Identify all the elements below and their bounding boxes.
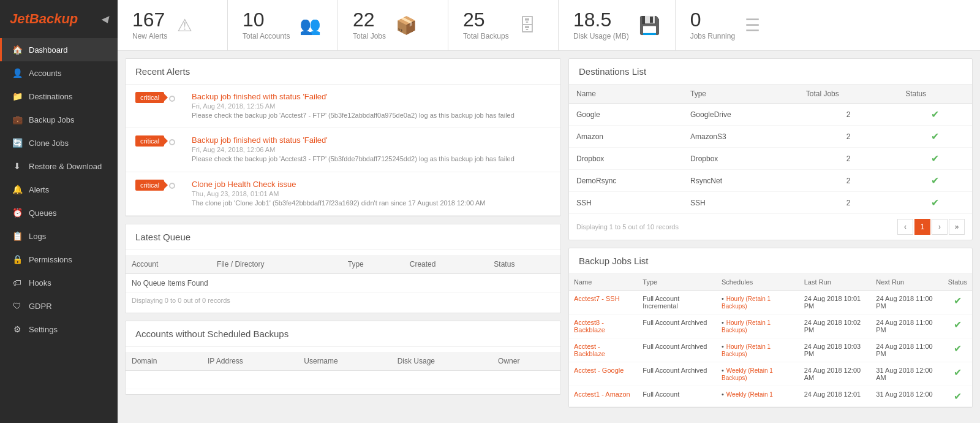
permissions-icon: 🔒 <box>12 254 23 264</box>
alert-content: Backup job finished with status 'Failed'… <box>192 92 514 120</box>
backup-type: Full Account Archived <box>638 362 717 386</box>
alert-desc: Please check the backup job 'Acctest7 - … <box>192 111 514 120</box>
page-2-btn[interactable]: › <box>932 219 948 235</box>
check-icon: ✔ <box>931 131 939 142</box>
logo-text: JetBackup <box>10 11 78 27</box>
sidebar-label-clone-jobs: Clone Jobs <box>29 139 69 148</box>
backup-status: ✔ <box>943 291 972 314</box>
alerts-list: critical Backup job finished with status… <box>126 85 560 216</box>
dashboard-icon: 🏠 <box>12 45 23 55</box>
sidebar-item-destinations[interactable]: 📁 Destinations <box>0 85 118 108</box>
dest-status: ✔ <box>898 104 972 126</box>
stats-bar: 167 New Alerts ⚠ 10 Total Accounts 👥 22 … <box>118 0 980 51</box>
dest-col: Status <box>898 85 972 104</box>
backup-col: Next Run <box>871 274 943 291</box>
sidebar-item-gdpr[interactable]: 🛡 GDPR <box>0 294 118 318</box>
stat-label: Total Accounts <box>243 32 290 40</box>
stat-label: Total Jobs <box>353 32 386 40</box>
recent-alerts-panel: Recent Alerts critical Backup job finish… <box>125 58 561 216</box>
backup-name[interactable]: Acctest1 - Amazon <box>569 386 638 407</box>
backup-schedule: •Weekly (Retain 1 Backups) <box>717 362 799 386</box>
sidebar-label-restore-download: Restore & Download <box>29 162 102 171</box>
queue-pagination: Displaying 0 to 0 out of 0 records <box>126 293 560 308</box>
alert-dot <box>169 96 175 102</box>
backup-row: Acctest - Google Full Account Archived •… <box>569 362 972 386</box>
sidebar-label-permissions: Permissions <box>29 255 72 264</box>
recent-alerts-title: Recent Alerts <box>126 59 560 85</box>
queue-col-status: Status <box>488 255 560 274</box>
page-1-btn[interactable]: 1 <box>914 219 930 235</box>
dest-type: SSH <box>683 192 799 214</box>
stat-icon: ⚠ <box>177 15 192 36</box>
sidebar-item-dashboard[interactable]: 🏠 Dashboard <box>0 38 118 61</box>
backup-row: Acctest8 - Backblaze Full Account Archiv… <box>569 314 972 338</box>
backup-last-run: 24 Aug 2018 12:00 AM <box>799 362 872 386</box>
alert-title[interactable]: Backup job finished with status 'Failed' <box>192 135 514 145</box>
stat-label: Total Backups <box>463 32 509 40</box>
queue-col-account: Account <box>126 255 211 274</box>
alert-time: Fri, Aug 24, 2018, 12:15 AM <box>192 102 514 110</box>
dest-status: ✔ <box>898 170 972 192</box>
backup-schedule: •Hourly (Retain 1 Backups) <box>717 291 799 314</box>
accounts-col: Owner <box>492 352 560 371</box>
alert-title[interactable]: Backup job finished with status 'Failed' <box>192 92 514 101</box>
sidebar-label-logs: Logs <box>29 232 46 241</box>
dest-type: Dropbox <box>683 148 799 170</box>
stat-icon: 💾 <box>639 15 660 36</box>
alert-badge: critical <box>135 135 164 147</box>
stat-num: 18.5 <box>573 10 629 29</box>
alert-dot <box>169 139 175 145</box>
sidebar-item-queues[interactable]: ⏰ Queues <box>0 201 118 224</box>
last-page-btn[interactable]: » <box>949 219 965 235</box>
alert-dot <box>169 183 175 189</box>
sidebar: JetBackup ◀ 🏠 Dashboard👤 Accounts📁 Desti… <box>0 0 118 423</box>
backup-name[interactable]: Acctest8 - Backblaze <box>569 314 638 338</box>
backup-jobs-list-title: Backup Jobs List <box>569 248 972 274</box>
settings-icon: ⚙ <box>12 324 23 334</box>
backup-name[interactable]: Acctest7 - SSH <box>569 291 638 314</box>
queue-col-type: Type <box>342 255 404 274</box>
latest-queue-title: Latest Queue <box>126 224 560 250</box>
alert-item: critical Clone job Health Check issue Th… <box>126 172 560 216</box>
check-icon: ✔ <box>931 197 939 208</box>
queue-no-data: No Queue Items Found <box>126 274 560 293</box>
backup-status: ✔ <box>943 314 972 338</box>
sidebar-item-restore-download[interactable]: ⬇ Restore & Download <box>0 154 118 178</box>
stat-icon: 📦 <box>396 15 417 36</box>
sidebar-item-permissions[interactable]: 🔒 Permissions <box>0 248 118 271</box>
dest-name: SSH <box>569 192 683 214</box>
backup-check-icon: ✔ <box>954 367 962 378</box>
backup-last-run: 24 Aug 2018 10:01 PM <box>799 291 872 314</box>
backup-name[interactable]: Acctest - Backblaze <box>569 338 638 362</box>
hooks-icon: 🏷 <box>12 278 23 288</box>
latest-queue-panel: Latest Queue AccountFile / DirectoryType… <box>125 224 561 313</box>
stat-label: Jobs Running <box>690 32 735 40</box>
check-icon: ✔ <box>931 109 939 120</box>
backup-schedule: •Hourly (Retain 1 Backups) <box>717 314 799 338</box>
prev-page-btn[interactable]: ‹ <box>897 219 913 235</box>
backup-next-run: 31 Aug 2018 12:00 <box>871 386 943 407</box>
alert-content: Clone job Health Check issue Thu, Aug 23… <box>192 180 485 208</box>
backup-status: ✔ <box>943 362 972 386</box>
backup-check-icon: ✔ <box>954 343 962 354</box>
sidebar-label-accounts: Accounts <box>29 69 61 78</box>
sidebar-item-backup-jobs[interactable]: 💼 Backup Jobs <box>0 108 118 131</box>
sidebar-collapse-icon[interactable]: ◀ <box>101 14 108 24</box>
sidebar-item-hooks[interactable]: 🏷 Hooks <box>0 271 118 294</box>
dest-row: Amazon AmazonS3 2 ✔ <box>569 126 972 148</box>
dest-pagination-text: Displaying 1 to 5 out of 10 records <box>576 223 679 231</box>
backup-last-run: 24 Aug 2018 12:01 <box>799 386 872 407</box>
sidebar-item-accounts[interactable]: 👤 Accounts <box>0 61 118 85</box>
backup-name[interactable]: Acctest - Google <box>569 362 638 386</box>
alert-desc: Please check the backup job 'Acctest3 - … <box>192 154 514 164</box>
alert-title[interactable]: Clone job Health Check issue <box>192 180 485 189</box>
sidebar-item-alerts[interactable]: 🔔 Alerts <box>0 178 118 201</box>
sidebar-item-clone-jobs[interactable]: 🔄 Clone Jobs <box>0 131 118 154</box>
stat-label: Disk Usage (MB) <box>573 32 629 40</box>
stat-card-total-accounts: 10 Total Accounts 👥 <box>228 0 338 50</box>
sidebar-item-settings[interactable]: ⚙ Settings <box>0 318 118 341</box>
destinations-table: NameTypeTotal JobsStatus Google GoogleDr… <box>569 85 972 214</box>
dest-name: Google <box>569 104 683 126</box>
backup-type: Full Account Incremental <box>638 291 717 314</box>
sidebar-item-logs[interactable]: 📋 Logs <box>0 224 118 248</box>
